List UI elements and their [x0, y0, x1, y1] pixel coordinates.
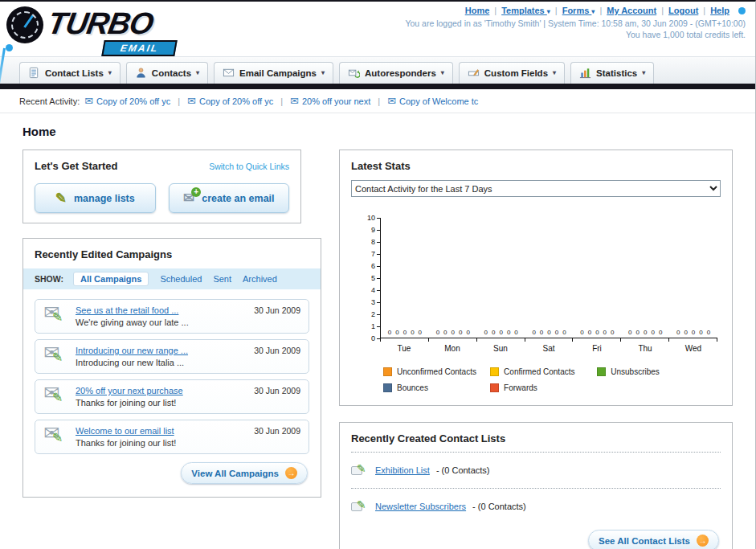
pencil-icon: ✎ — [52, 351, 63, 364]
get-started-panel: Let's Get Started Switch to Quick Links … — [22, 150, 301, 223]
separator: | — [280, 96, 283, 106]
contact-lists-panel-title: Recently Created Contact Lists — [351, 432, 505, 445]
contacts-icon — [135, 67, 147, 79]
chart-y-axis: 109876543210 — [359, 218, 380, 338]
pencil-icon: ✎ — [55, 191, 67, 205]
filter-scheduled[interactable]: Scheduled — [160, 274, 202, 284]
pencil-icon: ✎ — [357, 463, 366, 474]
top-link-templates[interactable]: Templates ▾ — [501, 6, 550, 15]
legend-label: Forwards — [504, 383, 537, 392]
pencil-icon: ✎ — [357, 499, 366, 510]
speedometer-icon — [6, 6, 43, 43]
filter-all-campaigns[interactable]: All Campaigns — [73, 272, 149, 286]
contact-list-row[interactable]: ✎Exhibition List- (0 Contacts) — [351, 460, 721, 481]
filter-sent[interactable]: Sent — [213, 274, 231, 284]
plus-badge-icon: + — [191, 187, 201, 197]
chart-value-group: 00000 — [669, 330, 717, 338]
legend-item: Confirmed Contacts — [490, 367, 597, 376]
legend-label: Bounces — [397, 383, 428, 392]
chevron-down-icon: ▾ — [547, 8, 550, 15]
chart-x-label: Mon — [428, 342, 476, 353]
turbo-email-logo: TURBO EMAIL — [6, 3, 153, 43]
tab-label: Contacts — [152, 68, 191, 78]
recent-activity-bar: Recent Activity: ✉Copy of 20% off yc|✉Co… — [0, 89, 755, 113]
tab-label: Autoresponders — [365, 68, 436, 78]
latest-stats-title: Latest Stats — [351, 160, 411, 172]
separator: | — [178, 96, 180, 106]
top-link-home[interactable]: Home — [465, 6, 490, 15]
custom-fields-icon — [468, 67, 480, 79]
autoresponders-icon — [348, 67, 360, 79]
separator: | — [599, 6, 602, 15]
recent-activity-item: ✉Copy of Welcome tc — [387, 96, 478, 106]
campaign-row[interactable]: ✉✎Introducing our new range ...Introduci… — [35, 339, 309, 374]
campaign-row[interactable]: ✉✎Welcome to our email listThanks for jo… — [35, 420, 309, 454]
top-link-my-account[interactable]: My Account — [607, 6, 656, 15]
recent-activity-link[interactable]: Copy of 20% off yc — [96, 96, 170, 106]
campaigns-panel-title: Recently Edited Campaigns — [35, 248, 172, 260]
tab-label: Statistics — [596, 68, 637, 78]
manage-lists-button[interactable]: ✎ manage lists — [35, 183, 156, 213]
view-all-campaigns-button[interactable]: View All Campaigns → — [181, 462, 308, 484]
chart-x-label: Tue — [380, 342, 428, 353]
envelope-plus-icon: ✉+ — [183, 191, 194, 205]
legend-item: Forwards — [490, 383, 597, 392]
switch-quick-links-link[interactable]: Switch to Quick Links — [209, 162, 289, 171]
legend-item: Bounces — [383, 383, 490, 392]
campaign-list: ✉✎See us at the retail food ...We're giv… — [35, 299, 309, 454]
chevron-down-icon: ▾ — [108, 69, 112, 76]
tab-statistics[interactable]: Statistics▾ — [570, 62, 654, 84]
top-link-help[interactable]: Help — [710, 6, 729, 15]
chart-x-label: Fri — [573, 342, 621, 353]
top-nav: Home|Templates ▾|Forms ▾|My Account|Logo… — [405, 6, 746, 15]
tab-contact-lists[interactable]: Contact Lists▾ — [19, 62, 121, 84]
recent-activity-link[interactable]: 20% off your next — [302, 96, 370, 106]
campaign-title-link[interactable]: Welcome to our email list — [76, 426, 246, 436]
legend-label: Confirmed Contacts — [504, 367, 574, 376]
header-dot — [738, 7, 746, 14]
legend-item: Unsubscribes — [597, 367, 704, 376]
statistics-icon — [579, 67, 591, 79]
tab-autoresponders[interactable]: Autoresponders▾ — [339, 62, 453, 84]
pencil-icon: ✎ — [52, 432, 63, 445]
get-started-title: Let's Get Started — [35, 160, 118, 172]
edit-campaign-icon: ✉✎ — [43, 426, 67, 448]
chart-x-label: Thu — [621, 342, 669, 353]
tab-custom-fields[interactable]: Custom Fields▾ — [459, 62, 565, 84]
left-column: Let's Get Started Switch to Quick Links … — [22, 150, 321, 498]
campaign-title-link[interactable]: Introducing our new range ... — [76, 346, 246, 355]
create-email-button[interactable]: ✉+ create an email — [169, 183, 290, 213]
campaign-title-link[interactable]: See us at the retail food ... — [76, 305, 246, 315]
recent-activity-link[interactable]: Copy of Welcome tc — [399, 96, 478, 106]
stats-period-select[interactable]: Contact Activity for the Last 7 Days — [351, 180, 721, 197]
campaign-title-link[interactable]: 20% off your next purchase — [76, 386, 246, 395]
tab-contacts[interactable]: Contacts▾ — [126, 62, 208, 84]
separator: | — [555, 6, 558, 15]
top-link-logout[interactable]: Logout — [668, 6, 698, 15]
tab-email-campaigns[interactable]: Email Campaigns▾ — [214, 62, 333, 84]
chart-value-group: 00000 — [477, 330, 525, 338]
campaign-row[interactable]: ✉✎See us at the retail food ...We're giv… — [35, 299, 309, 334]
edit-campaign-icon: ✉✎ — [43, 386, 67, 408]
contact-lists-icon — [28, 67, 40, 79]
recent-activity-link[interactable]: Copy of 20% off yc — [199, 96, 273, 106]
filter-archived[interactable]: Archived — [243, 274, 277, 284]
contact-activity-chart: 109876543210 000000000000000000000000000… — [359, 218, 717, 392]
envelope-icon: ✉ — [187, 96, 196, 106]
separator: | — [494, 6, 497, 15]
campaign-row[interactable]: ✉✎20% off your next purchaseThanks for j… — [35, 379, 309, 414]
top-link-forms[interactable]: Forms ▾ — [562, 6, 595, 15]
legend-label: Unconfirmed Contacts — [397, 367, 476, 376]
tab-label: Email Campaigns — [239, 68, 317, 78]
chart-plot-groups: 00000000000000000000000000000000000 — [380, 218, 717, 338]
main-tabs: Contact Lists▾Contacts▾Email Campaigns▾A… — [0, 56, 755, 84]
contact-list-row[interactable]: ✎Newsletter Subscribers- (0 Contacts) — [351, 496, 721, 517]
recent-activity-item: ✉Copy of 20% off yc — [84, 96, 170, 106]
campaign-filter-bar: SHOW: All CampaignsScheduledSentArchived — [23, 268, 321, 289]
legend-item: Unconfirmed Contacts — [383, 367, 490, 376]
contact-list-link[interactable]: Newsletter Subscribers — [375, 502, 466, 511]
see-all-contact-lists-button[interactable]: See All Contact Lists → — [588, 530, 719, 549]
campaign-subtitle: Introducing our new Italia ... — [76, 358, 246, 367]
contact-list-link[interactable]: Exhibition List — [375, 465, 430, 475]
logo-primary-text: TURBO — [45, 3, 157, 43]
